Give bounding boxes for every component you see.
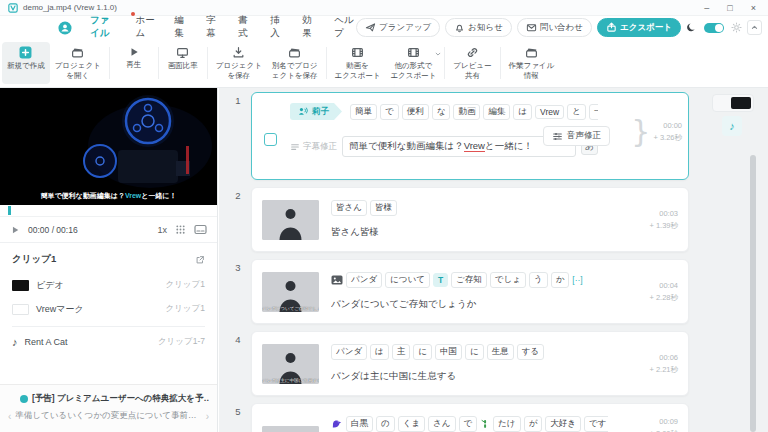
thumb-caption: パンダについてご存知でしょうか — [262, 306, 319, 311]
toolbar-play-button[interactable]: 再生 — [113, 42, 155, 84]
dark-mode-toggle[interactable] — [704, 23, 724, 33]
chevron-left-icon[interactable]: ‹ — [8, 411, 11, 422]
word-chip[interactable]: は — [370, 344, 389, 360]
subtitle-input[interactable]: 簡単で便利な動画編集は？Vrewと一緒に！ — [342, 136, 576, 157]
word-chip[interactable]: 中国 — [435, 344, 462, 360]
word-chip[interactable]: する — [517, 344, 544, 360]
ellipsis-chip[interactable]: [··] — [572, 275, 582, 285]
word-chip[interactable]: と — [567, 104, 586, 120]
format-text-chip[interactable]: T — [433, 273, 448, 287]
minimize-icon[interactable]: – — [704, 3, 709, 13]
toolbar-aspect-ratio-button[interactable]: 画面比率 — [162, 42, 204, 84]
word-chip[interactable]: か — [551, 272, 570, 288]
lines-icon — [290, 142, 300, 152]
clip-list-item[interactable]: ビデオクリップ1 — [12, 273, 205, 297]
clip-list-item[interactable]: ♪Rent A Catクリップ1-7 — [12, 326, 205, 354]
toolbar-open-project-button[interactable]: プロジェクト を開く — [50, 42, 106, 84]
clip-card-selected[interactable]: 莉子簡単で便利な動画編集はVrewと一緒に字幕修正簡単で便利な動画編集は？Vre… — [251, 92, 689, 180]
subtitle-text[interactable]: 皆さん皆様 — [331, 226, 608, 239]
grid-icon[interactable] — [175, 224, 186, 235]
word-chip[interactable]: 簡単 — [350, 104, 377, 120]
word-chip[interactable]: くま — [398, 416, 425, 432]
word-chip[interactable]: う — [529, 272, 548, 288]
clip-item-range: クリップ1 — [165, 303, 205, 315]
word-chip[interactable]: 生息 — [487, 344, 514, 360]
clip-thumbnail[interactable] — [262, 200, 319, 240]
clip-list-item[interactable]: Vrewマーククリップ1 — [12, 297, 205, 321]
word-chip[interactable]: 一緒 — [589, 104, 598, 120]
clip-thumbnail[interactable]: パンダは主に中国に生息する — [262, 344, 319, 384]
word-chip[interactable]: でしょ — [490, 272, 526, 288]
notifications-button[interactable]: お知らせ — [445, 18, 512, 37]
speed-button[interactable]: 1x — [157, 225, 167, 235]
word-chip[interactable]: さん — [428, 416, 455, 432]
subtitle-text[interactable]: パンダについてご存知でしょうか — [331, 298, 608, 311]
video-preview[interactable]: 簡単で便利な動画編集は？Vrewと一緒に！ — [0, 88, 217, 205]
subtitle-toggle-icon[interactable] — [194, 224, 207, 235]
word-chip[interactable]: な — [432, 104, 451, 120]
toolbar-export-other-format-button[interactable]: 他の形式で エクスポート — [385, 42, 441, 84]
clapper-icon — [525, 46, 538, 59]
word-chip[interactable]: パンダ — [346, 272, 382, 288]
toolbar-work-file-info-button[interactable]: 作業ファイル 情報 — [504, 42, 560, 84]
clip-card[interactable]: 白黒のくまさんで竹が大好きです！白黒のくまさんでたけが大好きです[··][?]白… — [251, 403, 689, 432]
clip-card[interactable]: 皆さん皆様皆さん皆様00:03+ 1.39秒 — [251, 187, 689, 252]
subtitle-text[interactable]: パンダは主に中国に生息する — [331, 370, 608, 383]
word-chip[interactable]: たけ — [493, 416, 520, 432]
left-panel: 簡単で便利な動画編集は？Vrewと一緒に！ 00:00 / 00:16 1x ク… — [0, 88, 218, 432]
playhead[interactable] — [8, 206, 11, 215]
toolbar-new-project-button[interactable]: 新規で作成 — [2, 42, 50, 84]
toolbar-export-video-button[interactable]: 動画を エクスポート — [330, 42, 386, 84]
word-chip[interactable]: が — [524, 416, 543, 432]
word-chip[interactable]: 大好き — [545, 416, 581, 432]
plan-up-button[interactable]: プランアップ — [356, 18, 440, 37]
user-avatar[interactable] — [58, 21, 72, 35]
close-icon[interactable]: × — [751, 3, 756, 13]
speaker-tag[interactable]: 莉子 — [290, 103, 342, 120]
audio-track-chip[interactable]: ♪ — [722, 116, 742, 136]
word-chip[interactable]: 白黒 — [346, 416, 373, 432]
word-chip[interactable]: 動画 — [453, 104, 480, 120]
toolbar-save-project-as-button[interactable]: 別名でプロジ ェクトを保存 — [267, 42, 323, 84]
vertical-scrollbar[interactable] — [750, 155, 756, 432]
word-chip[interactable]: 編集 — [483, 104, 510, 120]
toolbar-save-project-button[interactable]: プロジェクト を保存 — [211, 42, 267, 84]
popout-icon[interactable] — [195, 255, 205, 265]
clip-thumbnail[interactable]: 白黒のくまさんで竹が大好きです！ — [262, 426, 319, 432]
word-chip[interactable]: 皆様 — [370, 200, 397, 216]
word-chip[interactable]: パンダ — [331, 344, 367, 360]
chevron-right-icon[interactable]: › — [206, 411, 209, 422]
clip-card[interactable]: パンダは主に中国に生息するパンダは主に中国に生息するパンダは主に中国に生息する0… — [251, 331, 689, 396]
row-checkbox[interactable] — [264, 133, 277, 146]
toolbar-share-preview-button[interactable]: プレビュー 共有 — [448, 42, 496, 84]
toolbar-divider — [207, 47, 208, 79]
notification-banner[interactable]: [予告] プレミアムユーザーへの特典拡大を予… ‹ 準備しているいくつかの変更点… — [0, 384, 217, 432]
word-chip[interactable]: の — [376, 416, 395, 432]
play-icon[interactable] — [10, 225, 20, 235]
word-chip[interactable]: 皆さん — [331, 200, 367, 216]
contact-button[interactable]: 問い合わせ — [517, 18, 592, 37]
clip-thumbnail[interactable]: パンダについてご存知でしょうか — [262, 272, 319, 312]
clip-card[interactable]: パンダについてご存知でしょうかパンダについてTご存知でしょうか[··]パンダにつ… — [251, 259, 689, 324]
music-note-icon: ♪ — [729, 120, 735, 132]
word-chip[interactable]: について — [385, 272, 430, 288]
subtitle-edit-label[interactable]: 字幕修正 — [290, 141, 337, 153]
maximize-icon[interactable]: □ — [727, 3, 732, 13]
word-chip[interactable]: です — [584, 416, 608, 432]
timeline-scrubber[interactable] — [0, 205, 217, 217]
word-chip[interactable]: Vrew — [535, 105, 564, 119]
collapse-toolbar-button[interactable] — [747, 20, 762, 35]
word-chip[interactable]: で — [380, 104, 399, 120]
voice-edit-button[interactable]: 音声修正 — [543, 126, 610, 146]
word-chip[interactable]: 便利 — [402, 104, 429, 120]
word-chip[interactable]: ご存知 — [451, 272, 487, 288]
word-chip[interactable]: に — [465, 344, 484, 360]
clip-item-range: クリップ1 — [165, 279, 205, 291]
video-track-chip[interactable] — [712, 94, 754, 112]
word-chip[interactable]: に — [413, 344, 432, 360]
word-chip[interactable]: 主 — [392, 344, 411, 360]
word-chip[interactable]: で — [459, 416, 478, 432]
word-chip[interactable]: は — [513, 104, 532, 120]
clip-list-panel: クリップ1 ビデオクリップ1Vrewマーククリップ1♪Rent A Catクリッ… — [0, 243, 217, 358]
export-button[interactable]: エクスポート — [597, 18, 681, 37]
